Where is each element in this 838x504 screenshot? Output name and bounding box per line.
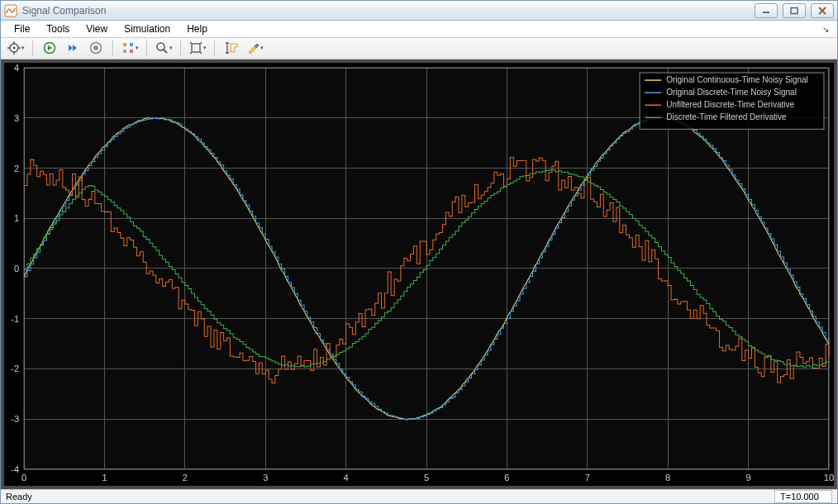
plot-container: -4-3-2-101234 012345678910 Original Cont…	[1, 59, 837, 489]
svg-text:4: 4	[344, 473, 349, 483]
triggers-button[interactable]: ▾	[120, 39, 140, 57]
svg-text:-3: -3	[11, 414, 19, 424]
window-buttons	[755, 3, 834, 18]
sim-time-value: T=10.000	[780, 492, 819, 502]
menu-file[interactable]: File	[6, 21, 38, 37]
svg-text:10: 10	[824, 473, 834, 483]
signal-scope-plot[interactable]: -4-3-2-101234 012345678910 Original Cont…	[4, 63, 834, 486]
svg-text:3: 3	[14, 113, 19, 123]
menu-help[interactable]: Help	[179, 21, 216, 37]
svg-text:Original Discrete-Time Noisy S: Original Discrete-Time Noisy Signal	[666, 88, 797, 97]
highlight-button[interactable]: ▾	[245, 39, 264, 57]
svg-line-20	[164, 50, 167, 53]
statusbar: Ready T=10.000	[1, 489, 837, 503]
svg-marker-12	[73, 45, 77, 51]
svg-text:0: 0	[14, 264, 19, 273]
svg-text:Unfiltered Discrete-Time Deriv: Unfiltered Discrete-Time Derivative	[666, 100, 794, 109]
svg-text:-1: -1	[11, 314, 19, 324]
svg-text:-4: -4	[11, 464, 19, 474]
svg-text:7: 7	[585, 473, 590, 483]
menu-tools[interactable]: Tools	[38, 21, 78, 37]
configure-button[interactable]: ▾	[6, 39, 26, 57]
svg-text:1: 1	[14, 213, 19, 223]
cursor-measure-button[interactable]	[221, 39, 241, 57]
autoscale-button[interactable]: ▾	[188, 39, 207, 57]
svg-text:0: 0	[21, 473, 26, 483]
close-button[interactable]	[811, 3, 834, 18]
toolbar: ▾ ▾ ▾ ▾ ▾	[1, 38, 837, 59]
svg-marker-22	[231, 44, 237, 52]
status-text: Ready	[6, 492, 774, 502]
svg-point-4	[12, 47, 15, 50]
svg-text:9: 9	[746, 473, 751, 483]
step-forward-button[interactable]	[63, 39, 83, 57]
svg-rect-14	[94, 46, 98, 50]
svg-rect-18	[130, 50, 133, 53]
svg-text:4: 4	[14, 63, 19, 73]
svg-rect-17	[123, 50, 126, 53]
svg-marker-10	[48, 45, 52, 50]
svg-text:2: 2	[183, 473, 188, 483]
app-icon	[4, 4, 17, 17]
minimize-button[interactable]	[755, 3, 778, 18]
svg-rect-2	[791, 7, 798, 13]
svg-text:5: 5	[424, 473, 429, 483]
window-title: Signal Comparison	[22, 5, 755, 17]
svg-text:1: 1	[102, 473, 107, 483]
svg-text:-2: -2	[11, 364, 19, 373]
stop-button[interactable]	[86, 39, 106, 57]
run-button[interactable]	[40, 39, 60, 57]
zoom-button[interactable]: ▾	[154, 39, 174, 57]
svg-rect-16	[130, 43, 133, 46]
titlebar: Signal Comparison	[1, 1, 837, 21]
menu-simulation[interactable]: Simulation	[116, 21, 179, 37]
svg-point-19	[157, 43, 164, 50]
svg-text:Discrete-Time Filtered Derivat: Discrete-Time Filtered Derivative	[666, 112, 787, 121]
svg-text:8: 8	[665, 473, 670, 483]
svg-marker-11	[69, 45, 73, 51]
svg-text:3: 3	[263, 473, 268, 483]
menu-view[interactable]: View	[78, 21, 116, 37]
svg-text:6: 6	[504, 473, 509, 483]
sim-time-display: T=10.000	[774, 490, 832, 503]
maximize-button[interactable]	[783, 3, 806, 18]
svg-text:2: 2	[14, 163, 19, 173]
menubar: File Tools View Simulation Help ↘	[1, 21, 837, 38]
menu-overflow-icon[interactable]: ↘	[822, 25, 832, 34]
svg-rect-15	[123, 43, 126, 46]
svg-text:Original Continuous-Time Noisy: Original Continuous-Time Noisy Signal	[666, 75, 808, 84]
svg-rect-21	[192, 44, 200, 52]
